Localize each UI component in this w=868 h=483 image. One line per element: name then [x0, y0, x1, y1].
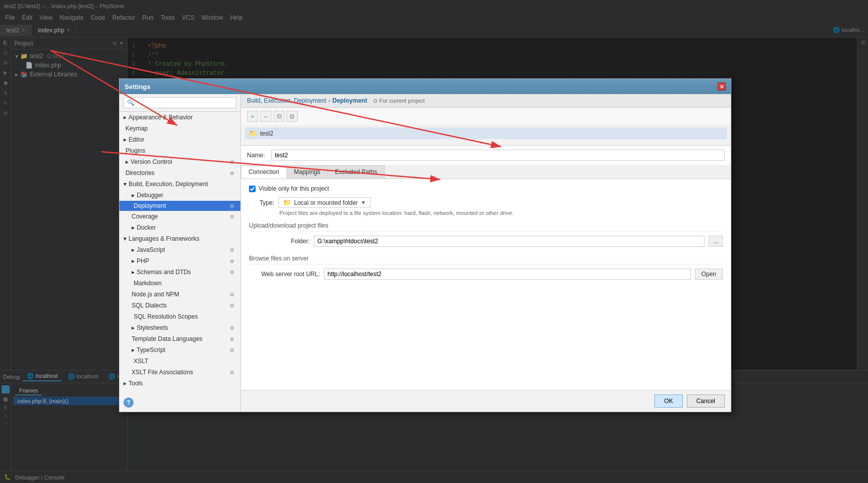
- webserver-row: Web server root URL: Open: [249, 269, 723, 280]
- dialog-close-button[interactable]: ✕: [718, 82, 726, 91]
- nav-schemas-gear: ⚙: [230, 270, 234, 275]
- nav-languages-label: Languages & Frameworks: [129, 235, 199, 242]
- visible-only-label: Visible only for this project: [259, 185, 329, 192]
- open-button[interactable]: Open: [695, 269, 723, 280]
- nav-docker[interactable]: ▸ Docker: [119, 222, 240, 233]
- server-list: 📁 test2: [241, 125, 731, 146]
- type-row: Type: 📁 Local or mounted folder ▼: [249, 197, 723, 208]
- breadcrumb-header: Build, Execution, Deployment › Deploymen…: [241, 94, 731, 108]
- dialog-footer: OK Cancel Apply: [241, 390, 731, 412]
- nav-template[interactable]: Template Data Languages ⚙: [119, 333, 240, 344]
- nav-sql-dialects[interactable]: SQL Dialects ⚙: [119, 300, 240, 311]
- nav-schemas-label: Schemas and DTDs: [137, 269, 191, 276]
- nav-debugger-arrow: ▸: [132, 192, 135, 199]
- folder-input[interactable]: [314, 236, 705, 247]
- tab-mappings[interactable]: Mappings: [286, 165, 328, 179]
- nav-php-arrow: ▸: [132, 257, 135, 265]
- webserver-input[interactable]: [324, 269, 691, 280]
- nav-editor[interactable]: ▸ Editor: [119, 134, 240, 145]
- nav-deployment-gear: ⚙: [230, 203, 234, 209]
- nav-stylesheets-arrow: ▸: [132, 324, 135, 331]
- nav-appearance-label: Appearance & Behavior: [129, 114, 193, 121]
- nav-ts-label: TypeScript: [137, 346, 166, 354]
- nav-directories-label: Directories: [126, 169, 154, 177]
- nav-build-arrow: ▾: [123, 181, 127, 188]
- nav-vcs-gear: ⚙: [230, 159, 234, 165]
- nav-build-label: Build, Execution, Deployment: [129, 181, 208, 188]
- type-select[interactable]: 📁 Local or mounted folder ▼: [278, 197, 370, 208]
- nav-ts-gear: ⚙: [230, 347, 234, 353]
- nav-php[interactable]: ▸ PHP ⚙: [119, 255, 240, 267]
- nav-docker-arrow: ▸: [132, 224, 135, 231]
- nav-sql-resolution[interactable]: SQL Resolution Scopes: [119, 311, 240, 322]
- nav-build-group[interactable]: ▾ Build, Execution, Deployment: [119, 179, 240, 190]
- dialog-overlay: Settings ✕ ▸ Appearance & Behavior Keyma…: [0, 0, 868, 483]
- type-dropdown-arrow: ▼: [361, 200, 366, 205]
- dialog-body: ▸ Appearance & Behavior Keymap ▸ Editor …: [119, 94, 731, 412]
- nav-markdown-label: Markdown: [134, 280, 161, 287]
- nav-deployment[interactable]: Deployment ⚙: [119, 201, 240, 211]
- deployment-toolbar: + – ⧉ ⚙: [241, 108, 731, 125]
- ok-button[interactable]: OK: [654, 394, 682, 408]
- nav-keymap-label: Keymap: [126, 125, 148, 132]
- tab-connection[interactable]: Connection: [241, 165, 287, 179]
- nav-stylesheets-label: Stylesheets: [137, 324, 168, 331]
- remove-server-button[interactable]: –: [260, 111, 271, 122]
- nav-coverage-label: Coverage: [132, 213, 158, 220]
- nav-php-label: PHP: [137, 257, 149, 265]
- tab-excluded-paths[interactable]: Excluded Paths: [327, 165, 385, 179]
- nav-vcs[interactable]: ▸ Version Control ⚙: [119, 156, 240, 167]
- browse-folder-button[interactable]: ...: [709, 236, 723, 247]
- nav-stylesheets-gear: ⚙: [230, 325, 234, 331]
- nav-xslt[interactable]: XSLT: [119, 356, 240, 367]
- breadcrumb-build[interactable]: Build, Execution, Deployment: [247, 97, 326, 104]
- copy-server-button[interactable]: ⧉: [273, 111, 284, 122]
- name-input[interactable]: [271, 150, 725, 161]
- project-note: ⊙ For current project: [373, 98, 425, 104]
- nav-tools-group[interactable]: ▸ Tools: [119, 378, 240, 389]
- type-value: Local or mounted folder: [294, 199, 358, 206]
- nav-languages-arrow: ▾: [123, 235, 127, 242]
- nav-xslt-file-gear: ⚙: [230, 370, 234, 375]
- nav-deployment-label: Deployment: [134, 202, 166, 209]
- nav-directories[interactable]: Directories ⚙: [119, 167, 240, 179]
- nav-coverage[interactable]: Coverage ⚙: [119, 211, 240, 222]
- nav-js-gear: ⚙: [230, 247, 234, 253]
- nav-appearance-arrow: ▸: [123, 114, 127, 121]
- nav-nodejs[interactable]: Node.js and NPM ⚙: [119, 289, 240, 300]
- browse-section-title: Browse files on server: [249, 255, 723, 265]
- nav-languages-group[interactable]: ▾ Languages & Frameworks: [119, 233, 240, 244]
- settings-content-panel: Build, Execution, Deployment › Deploymen…: [241, 94, 731, 412]
- server-item-test2[interactable]: 📁 test2: [245, 127, 727, 139]
- nav-nodejs-gear: ⚙: [230, 292, 234, 297]
- type-note: Project files are deployed to a file sys…: [279, 210, 723, 216]
- search-area: [119, 94, 240, 112]
- dialog-help-area: ?: [119, 393, 240, 412]
- nav-typescript[interactable]: ▸ TypeScript ⚙: [119, 344, 240, 356]
- webserver-label: Web server root URL:: [249, 271, 320, 278]
- nav-javascript[interactable]: ▸ JavaScript ⚙: [119, 244, 240, 255]
- nav-debugger-label: Debugger: [137, 192, 163, 199]
- visible-only-checkbox[interactable]: [249, 186, 256, 192]
- nav-stylesheets[interactable]: ▸ Stylesheets ⚙: [119, 322, 240, 333]
- settings-dialog: Settings ✕ ▸ Appearance & Behavior Keyma…: [119, 78, 731, 412]
- server-item-label: test2: [260, 130, 273, 137]
- settings-search-input[interactable]: [123, 97, 236, 108]
- nav-appearance[interactable]: ▸ Appearance & Behavior: [119, 112, 240, 123]
- settings-server-button[interactable]: ⚙: [286, 111, 298, 122]
- nav-directories-gear: ⚙: [230, 170, 234, 176]
- help-button[interactable]: ?: [123, 398, 134, 408]
- name-row: Name:: [241, 146, 731, 165]
- folder-label: Folder:: [249, 238, 310, 245]
- nav-markdown[interactable]: Markdown: [119, 278, 240, 289]
- breadcrumb-deployment: Deployment: [333, 97, 367, 104]
- add-server-button[interactable]: +: [247, 111, 258, 122]
- nav-xslt-file[interactable]: XSLT File Associations ⚙: [119, 367, 240, 378]
- name-label: Name:: [247, 152, 267, 159]
- nav-plugins[interactable]: Plugins: [119, 145, 240, 156]
- nav-debugger[interactable]: ▸ Debugger: [119, 190, 240, 201]
- cancel-button[interactable]: Cancel: [687, 394, 725, 408]
- nav-schemas[interactable]: ▸ Schemas and DTDs ⚙: [119, 267, 240, 278]
- nav-keymap[interactable]: Keymap: [119, 123, 240, 134]
- nav-nodejs-label: Node.js and NPM: [132, 291, 179, 298]
